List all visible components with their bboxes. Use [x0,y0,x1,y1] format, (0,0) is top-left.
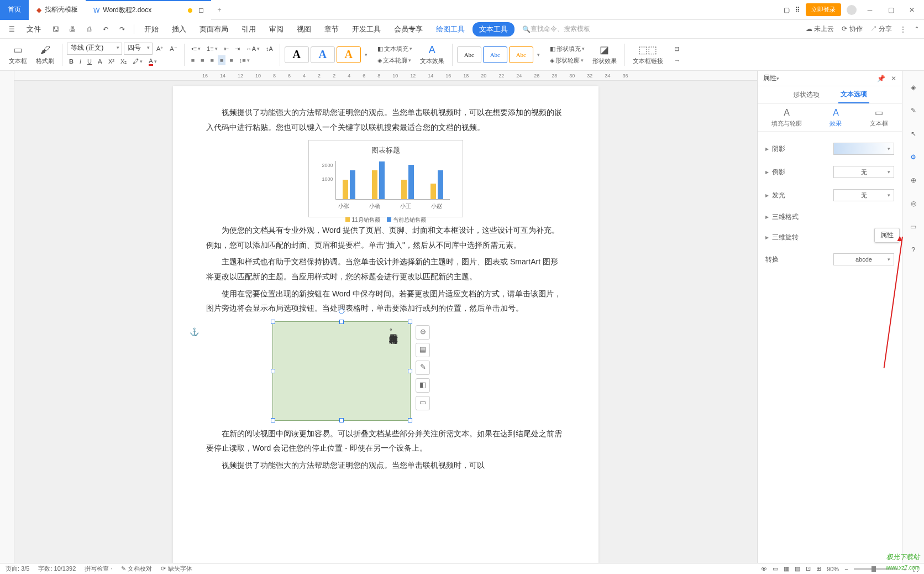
resize-handle[interactable] [408,369,412,373]
char-scale-icon[interactable]: ↔A▾ [244,44,262,54]
redo-icon[interactable]: ↷ [115,22,129,36]
float-layout-icon[interactable]: ▤ [416,343,430,357]
menu-drawtools[interactable]: 绘图工具 [431,21,470,38]
number-list-icon[interactable]: 1≡▾ [204,44,220,54]
italic-icon[interactable]: I [77,56,83,66]
chart[interactable]: 图表标题 20001000 小张小杨 小王小赵 11月销售额 当前总销售额 [308,140,463,217]
float-more-icon[interactable]: ▭ [416,396,430,410]
shape-preset-2[interactable]: Abc [483,46,507,63]
rail-properties-icon[interactable]: ⚙ [908,152,919,163]
resize-handle[interactable] [271,320,275,324]
break-link-icon[interactable]: ⊟ [672,44,683,54]
shadow-select[interactable] [833,143,894,155]
shape-preset-3[interactable]: Abc [509,46,533,63]
cloud-status[interactable]: ☁ 未上云 [806,24,834,34]
page[interactable]: 视频提供了功能强大的方法帮助您证明您的观点。当您单击联机视频时，可以在想要添加的… [173,86,599,563]
align-left-icon[interactable]: ≡ [189,55,197,65]
tab-pin[interactable] [199,8,203,13]
row-shadow[interactable]: ▸阴影 [765,137,894,160]
status-proof[interactable]: ✎ 文档校对 [121,565,152,573]
panel-pin-icon[interactable]: 📌 [877,75,885,82]
style-preset-2[interactable]: A [311,46,335,63]
minimize-button[interactable]: ─ [862,2,878,18]
tab-document[interactable]: WWord教程2.docx [86,0,211,20]
view-outline-icon[interactable]: ▤ [795,565,800,572]
line-spacing-icon[interactable]: ↕≡▾ [237,55,252,65]
rotate-handle[interactable] [339,309,344,314]
resize-handle[interactable] [271,369,275,373]
align-justify-icon[interactable]: ≡ [218,55,225,65]
rail-select-icon[interactable]: ↖ [908,128,919,139]
menu-insert[interactable]: 插入 [166,21,192,38]
font-select[interactable]: 等线 (正文) [67,43,122,55]
close-button[interactable]: ✕ [904,2,920,18]
shape-fill-button[interactable]: ◧ 形状填充▾ [548,44,587,54]
command-search[interactable]: 🔍 查找命令、搜索模板 [522,24,590,34]
align-center-icon[interactable]: ≡ [198,55,206,65]
highlight-icon[interactable]: 🖍▾ [130,56,145,66]
next-link-icon[interactable]: → [672,55,683,65]
text-effects-button[interactable]: A文本效果 [417,43,448,66]
rail-location-icon[interactable]: ◎ [908,198,919,209]
undo-icon[interactable]: ↶ [98,22,113,36]
grow-font-icon[interactable]: A⁺ [154,44,166,54]
resize-handle[interactable] [339,320,344,324]
menu-dev[interactable]: 开发工具 [347,21,386,38]
status-words[interactable]: 字数: 10/1392 [38,565,76,573]
menu-section[interactable]: 章节 [319,21,344,38]
shape-effects-button[interactable]: ◪形状效果 [589,43,620,66]
resize-handle[interactable] [339,418,344,422]
resize-handle[interactable] [271,418,275,422]
zoom-out-icon[interactable]: − [844,566,848,572]
rail-book-icon[interactable]: ▭ [908,221,919,232]
row-glow[interactable]: ▸发光无 [765,184,894,207]
subscript-icon[interactable]: X₂ [118,56,129,66]
preview-icon[interactable]: ⎙ [82,22,96,36]
transform-select[interactable]: abcde [833,253,894,265]
row-3d[interactable]: ▸三维格式 [765,207,894,227]
status-spell[interactable]: 拼写检查 · [85,565,112,573]
text-direction-icon[interactable]: ↕A [264,44,275,54]
subtab-effect[interactable]: A效果 [830,108,842,128]
indent-dec-icon[interactable]: ⇤ [222,44,231,54]
indent-inc-icon[interactable]: ⇥ [233,44,242,54]
glow-select[interactable]: 无 [833,189,894,201]
layout-icon[interactable]: ▢ [784,6,790,14]
superscript-icon[interactable]: X² [106,56,117,66]
font-color-icon[interactable]: A▾ [146,56,159,66]
zoom-value[interactable]: 90% [827,566,839,572]
textbox-link-button[interactable]: ⬚⬚文本框链接 [629,43,666,66]
status-font[interactable]: ⟳ 缺失字体 [161,565,192,573]
zoom-fit-icon[interactable]: ⊞ [816,565,821,572]
menu-layout[interactable]: 页面布局 [194,21,234,38]
text-fill-button[interactable]: ◧ 文本填充▾ [375,44,414,54]
style-preset-1[interactable]: A [285,46,309,63]
underline-icon[interactable]: U [85,56,94,66]
float-edit-icon[interactable]: ✎ [416,361,430,375]
rail-style-icon[interactable]: ✎ [908,105,919,116]
subtab-textbox[interactable]: ▭文本框 [870,107,888,128]
view-read-icon[interactable]: 👁 [761,566,767,572]
textbox-button[interactable]: ▭文本框 [6,43,30,66]
collapse-ribbon-icon[interactable]: ⌃ [914,25,920,33]
rail-clip-icon[interactable]: ⊕ [908,175,919,186]
apps-icon[interactable]: ⠿ [795,6,800,14]
style-preset-3[interactable]: A [337,46,361,63]
status-page[interactable]: 页面: 3/5 [6,565,29,573]
menu-start[interactable]: 开始 [139,21,164,38]
view-web-icon[interactable]: ▦ [784,565,789,572]
tab-add[interactable]: ＋ [211,0,228,20]
shape-preset-1[interactable]: Abc [457,46,481,63]
menu-icon[interactable]: ☰ [4,22,19,36]
resize-handle[interactable] [408,320,412,324]
subtab-fill[interactable]: A填充与轮廓 [771,108,802,128]
tab-text-options[interactable]: 文本选项 [838,86,869,103]
menu-vip[interactable]: 会员专享 [389,21,428,38]
rail-help-icon[interactable]: ? [908,244,919,255]
tab-home[interactable]: 首页 [0,0,29,20]
shrink-font-icon[interactable]: A⁻ [167,44,179,54]
collab-button[interactable]: ⟳ 协作 [842,24,862,34]
bold-icon[interactable]: B [67,56,76,66]
tab-shape-options[interactable]: 形状选项 [791,87,822,103]
shape-outline-button[interactable]: ◈ 形状轮廓▾ [548,55,587,65]
